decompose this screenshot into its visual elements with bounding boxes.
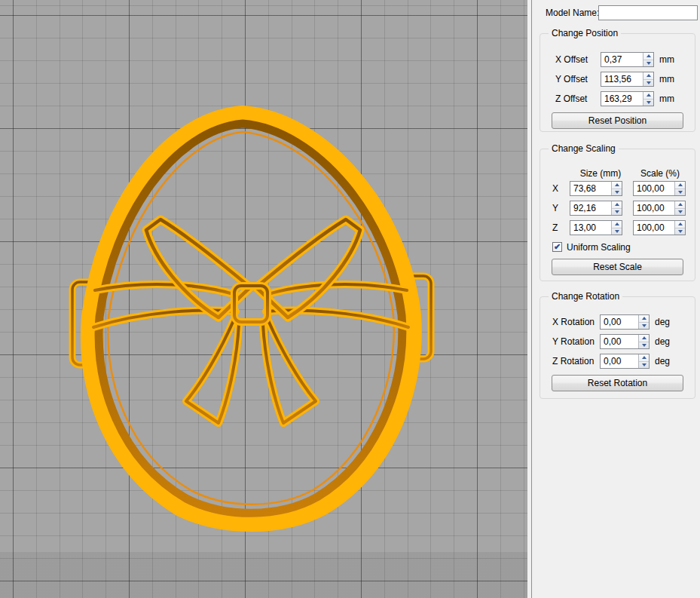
- y-offset-input[interactable]: [604, 72, 642, 86]
- down-arrow-icon: [642, 363, 647, 366]
- up-arrow-icon: [615, 183, 619, 186]
- scale-x-label: X: [552, 181, 558, 196]
- z-size-spin-down[interactable]: [612, 228, 622, 235]
- down-arrow-icon: [642, 324, 647, 327]
- up-arrow-icon: [678, 222, 683, 225]
- z-rotation-spinner: [638, 354, 649, 368]
- model-name-input[interactable]: [598, 5, 698, 20]
- z-rotation-input[interactable]: [604, 354, 637, 368]
- reset-rotation-button[interactable]: Reset Rotation: [552, 375, 683, 391]
- z-scale-spin-down[interactable]: [675, 228, 685, 235]
- x-rotation-spin-up[interactable]: [639, 315, 649, 323]
- y-size-input[interactable]: [573, 201, 610, 215]
- x-size-spin-down[interactable]: [612, 189, 622, 196]
- reset-scale-button[interactable]: Reset Scale: [552, 259, 683, 275]
- x-size-input[interactable]: [573, 182, 610, 195]
- y-rotation-spin-up[interactable]: [639, 335, 649, 342]
- z-rotation-field: [600, 354, 650, 369]
- x-rotation-spin-down[interactable]: [639, 323, 649, 330]
- x-scale-spin-down[interactable]: [675, 189, 685, 196]
- x-offset-spinner: [643, 53, 653, 66]
- down-arrow-icon: [678, 210, 683, 213]
- y-rotation-field: [600, 334, 650, 349]
- z-rotation-label: Z Rotation: [552, 354, 594, 369]
- x-scale-field: [633, 181, 686, 196]
- y-rotation-spinner: [638, 335, 649, 348]
- y-size-spin-down[interactable]: [612, 209, 622, 216]
- y-size-field: [570, 201, 622, 216]
- z-rotation-unit: deg: [655, 354, 670, 369]
- z-scale-input[interactable]: [637, 221, 674, 235]
- y-offset-label: Y Offset: [555, 72, 588, 87]
- up-arrow-icon: [615, 222, 619, 225]
- reset-position-button[interactable]: Reset Position: [552, 112, 683, 129]
- change-position-title: Change Position: [549, 27, 621, 39]
- y-offset-spin-down[interactable]: [643, 80, 653, 87]
- z-size-spinner: [611, 221, 622, 235]
- z-rotation-spin-down[interactable]: [639, 362, 649, 369]
- down-arrow-icon: [615, 191, 619, 194]
- x-rotation-unit: deg: [655, 314, 670, 330]
- up-arrow-icon: [678, 183, 683, 186]
- x-scale-spin-up[interactable]: [675, 182, 685, 189]
- x-offset-spin-down[interactable]: [643, 60, 653, 67]
- down-arrow-icon: [647, 81, 651, 84]
- scale-y-label: Y: [552, 201, 558, 216]
- y-offset-field: [601, 72, 654, 87]
- z-size-field: [570, 220, 622, 235]
- z-size-input[interactable]: [573, 221, 610, 235]
- application-window: Model Name: Change Position X Offset Y O…: [0, 0, 700, 598]
- x-rotation-input[interactable]: [604, 315, 637, 329]
- y-rotation-spin-down[interactable]: [639, 342, 649, 349]
- x-scale-input[interactable]: [637, 182, 674, 195]
- change-scaling-title: Change Scaling: [549, 143, 619, 155]
- uniform-scaling-checkbox[interactable]: ✔: [552, 242, 562, 252]
- down-arrow-icon: [647, 101, 651, 104]
- check-icon: ✔: [554, 243, 561, 251]
- y-scale-input[interactable]: [637, 201, 674, 215]
- model-properties-panel: Model Name: Change Position X Offset Y O…: [533, 0, 700, 598]
- y-scale-spinner: [674, 201, 685, 215]
- x-offset-spin-up[interactable]: [643, 53, 653, 60]
- z-rotation-spin-up[interactable]: [639, 354, 649, 362]
- z-scale-spinner: [674, 221, 685, 235]
- y-scale-spin-down[interactable]: [675, 209, 685, 216]
- x-offset-input[interactable]: [604, 53, 642, 66]
- y-offset-unit: mm: [659, 72, 674, 87]
- down-arrow-icon: [647, 62, 651, 65]
- z-scale-field: [633, 220, 686, 235]
- x-size-spinner: [611, 182, 622, 195]
- x-size-field: [570, 181, 622, 196]
- up-arrow-icon: [647, 54, 651, 57]
- x-rotation-label: X Rotation: [552, 314, 595, 330]
- y-size-spin-up[interactable]: [612, 201, 622, 209]
- y-size-spinner: [611, 201, 622, 215]
- model-egg-bow-cutter[interactable]: [0, 0, 527, 598]
- 3d-viewport[interactable]: [0, 0, 527, 598]
- z-offset-spin-down[interactable]: [643, 100, 653, 106]
- z-size-spin-up[interactable]: [612, 221, 622, 228]
- x-size-spin-up[interactable]: [612, 182, 622, 189]
- z-offset-input[interactable]: [604, 92, 642, 106]
- up-arrow-icon: [642, 336, 647, 339]
- y-scale-spin-up[interactable]: [675, 201, 685, 209]
- z-scale-spin-up[interactable]: [675, 221, 685, 228]
- z-offset-spin-up[interactable]: [643, 92, 653, 100]
- down-arrow-icon: [678, 230, 683, 233]
- y-offset-spin-up[interactable]: [643, 72, 653, 80]
- x-rotation-field: [600, 314, 650, 330]
- panel-splitter[interactable]: [527, 0, 533, 598]
- z-offset-spinner: [643, 92, 653, 106]
- x-offset-unit: mm: [659, 52, 674, 67]
- up-arrow-icon: [615, 203, 619, 206]
- y-rotation-input[interactable]: [604, 335, 637, 348]
- y-scale-field: [633, 201, 686, 216]
- y-rotation-unit: deg: [655, 334, 670, 349]
- down-arrow-icon: [615, 230, 619, 233]
- scale-z-label: Z: [552, 220, 558, 235]
- scale-column-header: Scale (%): [638, 166, 682, 181]
- up-arrow-icon: [642, 356, 647, 359]
- y-rotation-label: Y Rotation: [552, 334, 595, 349]
- y-offset-spinner: [643, 72, 653, 86]
- bow-loops: [146, 219, 360, 317]
